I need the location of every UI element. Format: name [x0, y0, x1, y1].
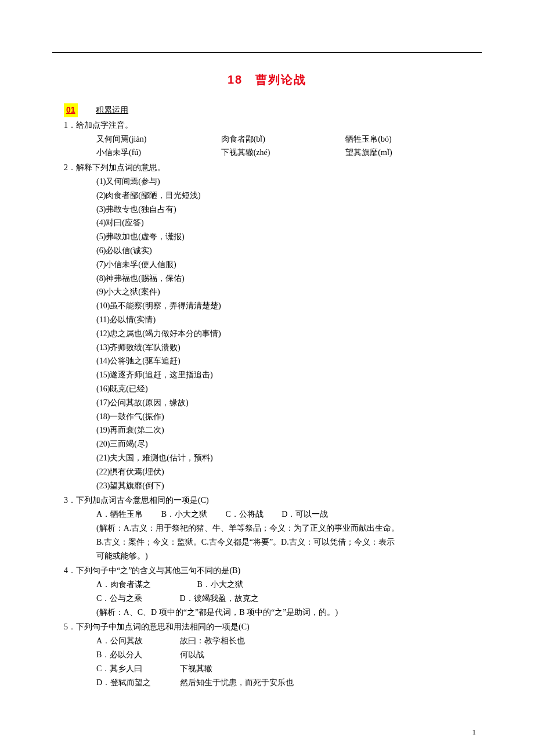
- q3-opt-d: D．可以一战: [282, 507, 328, 521]
- q5-opt-a: A．公问其故 故曰：教学相长也: [96, 634, 470, 648]
- q1-row1: 又何间焉(jiàn) 肉食者鄙(bǐ) 牺牲玉帛(bó): [96, 132, 470, 146]
- q4-opt-c: C．公与之乘: [96, 592, 178, 606]
- q3-stem: 3．下列加点词古今意思相同的一项是(C): [64, 494, 470, 507]
- q5-stem: 5．下列句子中加点词的意思和用法相同的一项是(C): [64, 620, 470, 634]
- q3-opt-c: C．公将战: [225, 507, 263, 521]
- q4-opt-d: D．彼竭我盈，故克之: [180, 594, 259, 603]
- list-item: (8)神弗福也(赐福，保佑): [96, 272, 470, 286]
- list-item: (6)必以信(诚实): [96, 244, 470, 258]
- q4-opt-a: A．肉食者谋之: [96, 578, 195, 592]
- list-item: (12)忠之属也(竭力做好本分的事情): [96, 327, 470, 341]
- q1-stem: 1．给加点字注音。: [64, 118, 470, 132]
- q5-d2: 然后知生于忧患，而死于安乐也: [180, 678, 294, 687]
- q1-r1b: 肉食者鄙(bǐ): [221, 132, 346, 146]
- q4-row2: C．公与之乘 D．彼竭我盈，故克之: [96, 592, 470, 606]
- q3-opt-a: A．牺牲玉帛: [96, 507, 143, 521]
- list-item: (22)惧有伏焉(埋伏): [96, 465, 470, 479]
- q5-a2: 故曰：教学相长也: [180, 636, 245, 645]
- q5-opt-c: C．其乡人曰 下视其辙: [96, 662, 470, 676]
- list-item: (18)一鼓作气(振作): [96, 410, 470, 424]
- list-item: (3)弗敢专也(独自占有): [96, 203, 470, 217]
- q5-a1: A．公问其故: [96, 634, 178, 648]
- list-item: (9)小大之狱(案件): [96, 285, 470, 299]
- q1-r2a: 小信未孚(fú): [96, 146, 221, 160]
- q5-opt-b: B．必以分人 何以战: [96, 648, 470, 662]
- q3-options: A．牺牲玉帛 B．小大之狱 C．公将战 D．可以一战: [96, 507, 470, 521]
- list-item: (13)齐师败绩(军队溃败): [96, 341, 470, 355]
- list-item: (20)三而竭(尽): [96, 437, 470, 451]
- page-title: 18 曹刿论战: [64, 70, 470, 89]
- q4-row1: A．肉食者谋之 B．小大之狱: [96, 578, 470, 592]
- list-item: (16)既克(已经): [96, 382, 470, 396]
- q4-opt-b: B．小大之狱: [197, 580, 243, 589]
- list-item: (21)夫大国，难测也(估计，预料): [96, 451, 470, 465]
- section-number: 01: [64, 103, 78, 117]
- section-label: 积累运用: [96, 103, 128, 117]
- q2-body: (1)又何间焉(参与) (2)肉食者鄙(鄙陋，目光短浅) (3)弗敢专也(独自占…: [64, 175, 470, 492]
- q5-c2: 下视其辙: [180, 664, 212, 673]
- q5-opt-d: D．登轼而望之 然后知生于忧患，而死于安乐也: [96, 676, 470, 690]
- list-item: (4)对曰(应答): [96, 216, 470, 230]
- list-item: (11)必以情(实情): [96, 313, 470, 327]
- q1-r1a: 又何间焉(jiàn): [96, 132, 221, 146]
- list-item: (1)又何间焉(参与): [96, 175, 470, 189]
- q1-r1c: 牺牲玉帛(bó): [345, 132, 470, 146]
- list-item: (10)虽不能察(明察，弄得清清楚楚): [96, 299, 470, 313]
- q4-explain: (解析：A、C、D 项中的“之”都是代词，B 项中的“之”是助词，的。): [96, 606, 470, 620]
- page-number: 1: [472, 726, 477, 739]
- list-item: (2)肉食者鄙(鄙陋，目光短浅): [96, 189, 470, 203]
- q5-body: A．公问其故 故曰：教学相长也 B．必以分人 何以战 C．其乡人曰 下视其辙 D…: [64, 634, 470, 689]
- q3-explain-l2: B.古义：案件；今义：监狱。C.古今义都是“将要”。D.古义：可以凭借；今义：表…: [96, 535, 470, 549]
- list-item: (15)遂逐齐师(追赶，这里指追击): [96, 368, 470, 382]
- q1-r2c: 望其旗靡(mǐ): [345, 146, 470, 160]
- list-item: (5)弗敢加也(虚夸，谎报): [96, 230, 470, 244]
- q5-c1: C．其乡人曰: [96, 662, 178, 676]
- horizontal-rule: [52, 52, 482, 53]
- q3-body: A．牺牲玉帛 B．小大之狱 C．公将战 D．可以一战 (解析：A.古义：用于祭祀…: [64, 507, 470, 563]
- q5-d1: D．登轼而望之: [96, 676, 178, 690]
- list-item: (14)公将驰之(驱车追赶): [96, 354, 470, 368]
- list-item: (17)公问其故(原因，缘故): [96, 396, 470, 410]
- q5-b2: 何以战: [180, 650, 204, 659]
- q1-r2b: 下视其辙(zhé): [221, 146, 346, 160]
- q2-stem: 2．解释下列加点词的意思。: [64, 161, 470, 175]
- q4-stem: 4．下列句子中“之”的含义与其他三句不同的是(B): [64, 564, 470, 578]
- q3-explain-l3: 可能或能够。): [96, 549, 470, 563]
- q5-b1: B．必以分人: [96, 648, 178, 662]
- list-item: (19)再而衰(第二次): [96, 423, 470, 437]
- q3-explain-l1: (解析：A.古义：用于祭祀的猪、牛、羊等祭品；今义：为了正义的事业而献出生命。: [96, 521, 470, 535]
- list-item: (23)望其旗靡(倒下): [96, 479, 470, 493]
- q1-row2: 小信未孚(fú) 下视其辙(zhé) 望其旗靡(mǐ): [96, 146, 470, 160]
- list-item: (7)小信未孚(使人信服): [96, 258, 470, 272]
- q3-opt-b: B．小大之狱: [161, 507, 207, 521]
- q4-body: A．肉食者谋之 B．小大之狱 C．公与之乘 D．彼竭我盈，故克之 (解析：A、C…: [64, 578, 470, 619]
- q1-body: 又何间焉(jiàn) 肉食者鄙(bǐ) 牺牲玉帛(bó) 小信未孚(fú) 下视…: [64, 132, 470, 160]
- section-header: 01 积累运用: [64, 103, 470, 117]
